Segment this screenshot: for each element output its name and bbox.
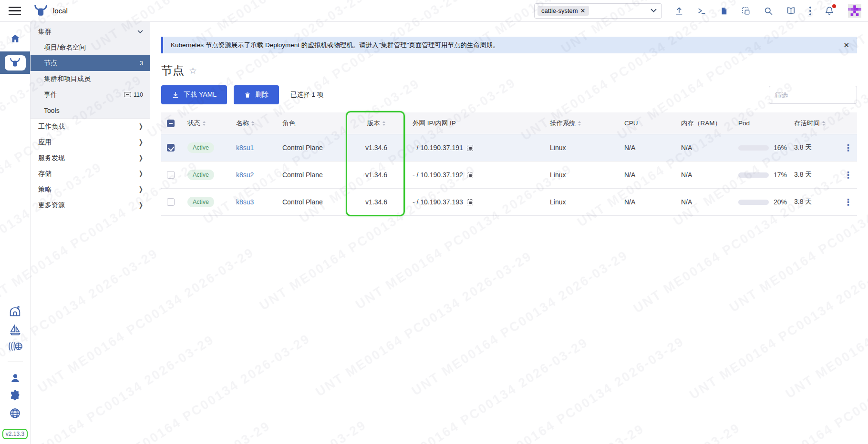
column-header-ram: 内存（RAM） [674,119,731,128]
age-cell: 3.8 天 [787,143,839,152]
node-name-link[interactable]: k8su1 [236,144,254,151]
docs-book-icon[interactable] [786,6,796,15]
column-header-pod: Pod [731,120,787,127]
main-content: Kubernetes 节点资源展示了承载 Deployment 的虚拟机或物理机… [150,22,868,444]
sidebar-item-服务发现[interactable]: 服务发现 ❯ [31,150,150,166]
column-header-os: 操作系统 [543,119,617,128]
sort-carets-icon[interactable] [578,121,581,126]
event-count-icon [124,92,131,97]
top-header: local cattle-system ✕ [0,0,868,22]
sidebar-item-tools[interactable]: Tools [31,102,150,118]
ip-cell: - / 10.190.37.192 [413,171,463,179]
chevron-down-icon[interactable] [651,9,657,13]
select-all-checkbox[interactable] [167,120,175,127]
select-all-cell [161,120,180,127]
row-actions-kebab[interactable]: ⋮ [844,143,853,152]
rancher-bull-logo-icon [34,4,47,17]
home-icon[interactable] [0,30,30,47]
global-settings-globe-icon[interactable] [0,404,30,422]
table-row[interactable]: Active k8su3 Control Plane v1.34.6 - / 1… [161,189,857,216]
ram-cell: N/A [674,198,731,206]
sort-carets-icon[interactable] [203,121,206,126]
delete-button[interactable]: 删除 [234,85,279,104]
users-icon[interactable] [0,370,30,387]
sidebar-item-节点[interactable]: 节点 3 [31,55,150,71]
row-checkbox[interactable] [167,198,175,206]
pod-percent: 17% [774,171,787,179]
sidebar-nav: 集群 项目/命名空间 节点 3 集群和项目成员 事件 110 Tools 工作负… [31,22,150,444]
sidebar-item-应用[interactable]: 应用 ❯ [31,134,150,150]
banner-close-icon[interactable]: ✕ [843,41,849,50]
notifications-bell-icon[interactable] [825,6,834,16]
cpu-cell: N/A [617,198,674,206]
copy-icon[interactable] [467,145,473,151]
snapshot-icon[interactable] [741,6,751,16]
node-name-link[interactable]: k8su3 [236,198,254,206]
file-icon[interactable] [720,6,728,16]
sort-carets-icon[interactable] [382,121,385,126]
chevron-right-icon: ❯ [139,201,143,209]
row-actions-kebab[interactable]: ⋮ [844,198,853,207]
chevron-down-icon [137,30,143,34]
sidebar-item-存储[interactable]: 存储 ❯ [31,166,150,182]
ram-cell: N/A [674,144,731,151]
filter-input[interactable] [769,86,857,104]
sidebar-group-cluster[interactable]: 集群 [31,24,150,40]
role-cell: Control Plane [275,198,347,206]
copy-icon[interactable] [467,172,473,178]
search-icon[interactable] [764,6,773,16]
node-name-link[interactable]: k8su2 [236,171,254,179]
namespace-tag: cattle-system ✕ [537,6,589,16]
sidebar-item-事件[interactable]: 事件 110 [31,87,150,102]
favorite-star-icon[interactable]: ☆ [189,65,197,76]
column-header-version: 版本 [347,119,405,128]
version-cell: v1.34.6 [347,171,405,179]
main-menu-hamburger-button[interactable] [9,7,21,15]
namespace-tag-label: cattle-system [541,7,578,14]
age-cell: 3.8 天 [787,198,839,206]
sidebar-item-工作负载[interactable]: 工作负载 ❯ [31,119,150,134]
upload-icon[interactable] [674,6,684,16]
column-header-status: 状态 [180,119,229,128]
fleet-sailboat-icon[interactable] [0,321,30,339]
row-checkbox[interactable] [167,144,175,151]
user-avatar[interactable] [848,4,861,18]
cluster-brand[interactable]: local [34,4,68,17]
kubectl-shell-icon[interactable] [697,6,707,16]
role-cell: Control Plane [275,171,347,179]
ip-cell: - / 10.190.37.191 [413,144,463,151]
namespace-filter-dropdown[interactable]: cattle-system ✕ [534,3,662,19]
namespace-clear-icon[interactable]: ✕ [580,7,586,14]
chevron-right-icon: ❯ [139,185,143,193]
info-banner: Kubernetes 节点资源展示了承载 Deployment 的虚拟机或物理机… [161,37,857,53]
kebab-menu-icon[interactable] [809,6,812,16]
extensions-puzzle-icon[interactable] [0,387,30,404]
download-yaml-button[interactable]: 下载 YAML [161,85,227,104]
pod-percent: 16% [774,144,787,151]
os-cell: Linux [543,144,617,151]
sidebar-item-项目/命名空间[interactable]: 项目/命名空间 [31,40,150,55]
sort-carets-icon[interactable] [251,121,254,126]
version-cell: v1.34.6 [347,144,405,151]
sidebar-item-集群和项目成员[interactable]: 集群和项目成员 [31,71,150,87]
table-header-row: 状态名称角色版本外网 IP/内网 IP操作系统CPU内存（RAM）Pod存活时间 [161,112,857,134]
pod-progress-bar [738,145,769,151]
table-row[interactable]: Active k8su2 Control Plane v1.34.6 - / 1… [161,161,857,189]
chevron-right-icon: ❯ [139,122,143,130]
shoal-icon[interactable] [0,339,30,354]
row-actions-kebab[interactable]: ⋮ [844,171,853,180]
sidebar-item-策略[interactable]: 策略 ❯ [31,182,150,197]
row-checkbox[interactable] [167,171,175,179]
group-label: 集群 [38,28,52,36]
ram-cell: N/A [674,171,731,179]
column-header-ip: 外网 IP/内网 IP [405,119,543,128]
pod-progress-bar [738,172,769,178]
table-row[interactable]: Active k8su1 Control Plane v1.34.6 - / 1… [161,134,857,161]
sort-carets-icon[interactable] [822,121,825,126]
status-badge: Active [187,170,214,180]
copy-icon[interactable] [467,199,473,205]
sidebar-item-更多资源[interactable]: 更多资源 ❯ [31,197,150,213]
chevron-right-icon: ❯ [139,138,143,146]
harvester-barn-icon[interactable] [0,303,30,321]
rail-active-cluster[interactable] [0,51,30,74]
